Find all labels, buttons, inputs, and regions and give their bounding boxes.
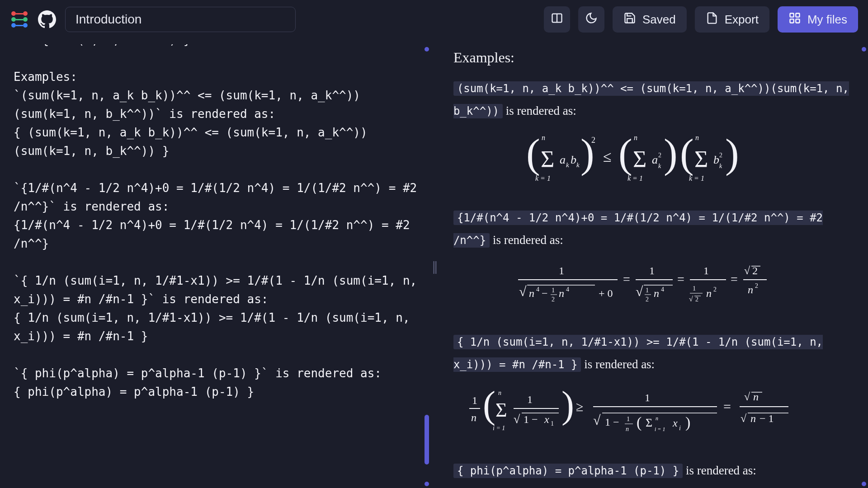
svg-text:n: n [656,415,658,422]
rendered-as-text: is rendered as: [686,464,756,477]
file-export-icon [706,12,718,28]
svg-text:n: n [498,389,501,396]
svg-text:n: n [654,287,659,299]
saved-button[interactable]: Saved [613,6,687,33]
svg-text:+ 0: + 0 [599,287,613,299]
svg-text:2: 2 [591,136,595,145]
svg-text:i = 1: i = 1 [493,425,505,432]
my-files-label: My files [807,13,847,27]
svg-rect-5 [796,19,799,23]
github-icon[interactable] [37,9,57,29]
app-logo-icon[interactable] [10,10,29,29]
svg-text:1: 1 [703,265,709,277]
svg-text:1: 1 [627,416,630,422]
example-code: { phi(p^alpha) = p^alpha-1 (p-1) } [453,464,683,478]
svg-text:1 −: 1 − [605,416,619,428]
source-pane: as { int(0, 1, x^n dx) } Examples: `(sum… [0,44,431,488]
svg-text:√: √ [519,284,527,299]
svg-text:n: n [471,412,476,423]
svg-text:): ) [685,414,690,431]
preview-pane: Examples: (sum(k=1, n, a_k b_k))^^ <= (s… [437,44,868,488]
svg-text:Σ: Σ [694,146,708,172]
svg-text:n: n [753,391,759,403]
svg-text:k = 1: k = 1 [535,174,551,182]
svg-text:n: n [626,426,629,432]
svg-text:1: 1 [645,392,650,404]
svg-text:(: ( [680,132,694,176]
save-icon [623,12,636,28]
svg-text:=: = [677,272,684,286]
theme-toggle-button[interactable] [578,6,604,33]
svg-text:2: 2 [552,296,555,303]
svg-text:n: n [559,287,564,299]
export-label: Export [725,13,759,27]
svg-text:n: n [529,287,534,299]
svg-text:1: 1 [646,287,649,294]
svg-text:4: 4 [566,286,569,293]
svg-text:n: n [542,134,545,141]
svg-text:i = 1: i = 1 [655,426,665,432]
svg-text:√: √ [514,413,520,426]
svg-text:=: = [623,272,630,286]
svg-text:(: ( [526,132,540,176]
svg-text:4: 4 [661,286,664,293]
svg-text:b: b [713,153,719,166]
svg-text:(: ( [637,414,642,431]
columns-icon [551,12,563,28]
math-display: 1n ( Σ n i = 1 1 √ 1 − x1 ) ≥ [453,376,854,460]
svg-text:−: − [542,287,548,299]
svg-text:1 −: 1 − [524,413,538,425]
math-display: ( Σ n k = 1 a k b k ) 2 ≤ [453,123,854,206]
svg-rect-2 [790,13,793,17]
svg-text:Σ: Σ [633,146,646,172]
svg-text:=: = [731,272,738,286]
svg-text:b: b [571,153,576,166]
math-display: 1 √ n4 − 12 n4 + 0 = 1 [453,252,854,331]
my-files-button[interactable]: My files [778,6,858,33]
example-block: (sum(k=1, n, a_k b_k))^^ <= (sum(k=1, n,… [453,77,854,206]
svg-text:n: n [748,284,753,296]
svg-text:x: x [544,413,549,425]
preview-scrollbar[interactable] [862,44,866,488]
svg-text:√: √ [744,265,750,277]
svg-text:1: 1 [559,265,564,277]
svg-text:1: 1 [527,394,533,405]
svg-text:k: k [719,163,722,169]
example-block: {1/#(n^4 - 1/2 n^4)+0 = 1/#(1/2 n^4) = 1… [453,206,854,331]
svg-text:≤: ≤ [603,148,612,165]
export-button[interactable]: Export [695,6,769,33]
svg-text:n: n [634,134,637,141]
svg-text:Σ: Σ [495,399,507,421]
svg-text:a: a [652,153,658,166]
svg-text:2: 2 [713,286,717,293]
svg-text:√: √ [689,295,693,303]
svg-text:− 1: − 1 [760,413,774,424]
svg-text:4: 4 [536,286,539,293]
svg-text:k: k [566,161,569,169]
svg-text:k: k [658,163,661,169]
svg-text:2: 2 [658,152,661,159]
svg-text:1: 1 [649,265,655,277]
math-display: φ ( pα ) = pα − 1 ( p − 1 ) [453,482,854,488]
svg-text:2: 2 [695,296,698,303]
rendered-as-text: is rendered as: [506,104,576,117]
svg-text:≥: ≥ [576,399,583,414]
svg-text:Σ: Σ [541,146,554,172]
svg-text:a: a [560,153,566,166]
toggle-panes-button[interactable] [544,6,570,33]
source-scrollbar[interactable] [425,44,429,488]
rendered-as-text: is rendered as: [584,357,655,371]
svg-text:1: 1 [551,420,554,427]
svg-text:): ) [725,132,739,176]
pane-splitter[interactable]: ‖ [431,44,437,488]
document-title-input[interactable] [65,7,296,32]
saved-label: Saved [642,13,676,27]
source-editor[interactable]: as { int(0, 1, x^n dx) } Examples: `(sum… [14,44,422,401]
svg-text:2: 2 [752,265,758,277]
svg-text:x: x [672,417,678,429]
svg-text:Σ: Σ [646,416,652,429]
moon-icon [585,12,598,28]
svg-text:n: n [706,287,712,299]
grid-icon [788,12,801,28]
svg-text:2: 2 [646,296,649,303]
